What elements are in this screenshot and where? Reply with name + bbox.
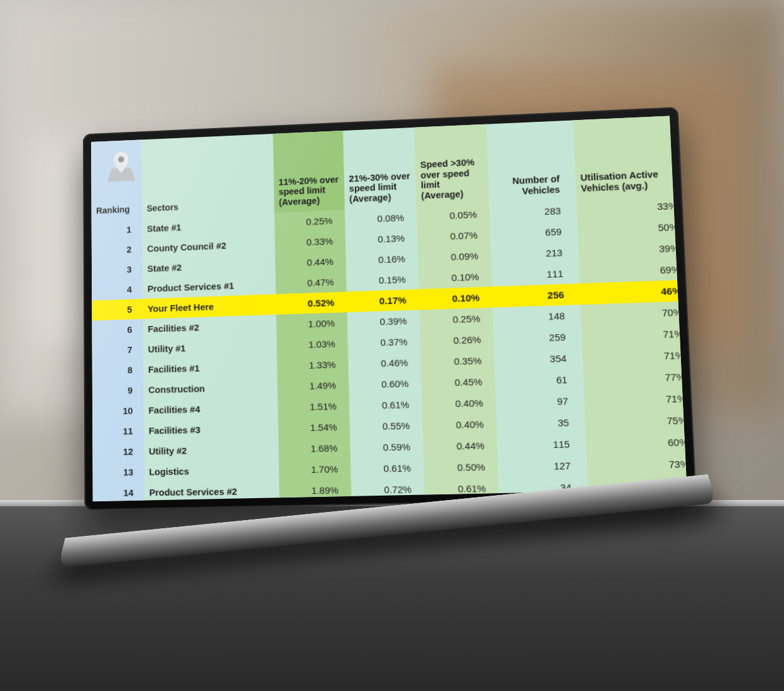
cell-rank[interactable]: 13 [92,461,144,482]
cell-rank[interactable]: 12 [92,441,144,462]
cell-speed-21-30[interactable]: 0.37% [347,330,420,353]
cell-speed-over-30[interactable]: 0.09% [418,244,492,268]
cell-speed-11-20[interactable]: 0.47% [275,271,347,294]
header-utilisation[interactable]: Utilisation Active Vehicles (avg.) [573,116,687,200]
benchmark-table[interactable]: Ranking Sectors 11%-20% over speed limit… [91,116,687,502]
cell-speed-11-20[interactable]: 1.33% [276,354,348,376]
cell-rank[interactable]: 6 [92,318,143,340]
cell-speed-over-30[interactable]: 0.44% [423,434,498,457]
cell-sector[interactable]: Facilities #3 [144,418,278,441]
cell-speed-over-30[interactable]: 0.07% [417,224,491,248]
cell-speed-21-30[interactable]: 0.72% [351,478,424,500]
cell-speed-21-30[interactable]: 0.16% [346,248,418,271]
cell-number-vehicles[interactable]: 659 [490,220,578,245]
cell-speed-11-20[interactable]: 1.68% [278,437,351,459]
laptop-screen-bezel: Ranking Sectors 11%-20% over speed limit… [83,107,697,510]
header-number-vehicles[interactable]: Number of Vehicles [487,116,576,204]
cell-speed-11-20[interactable]: 0.44% [275,251,346,274]
cell-speed-21-30[interactable]: 0.59% [350,436,423,459]
cell-speed-over-30[interactable]: 0.10% [418,266,493,289]
cell-speed-21-30[interactable]: 0.39% [347,310,420,333]
cell-speed-21-30[interactable]: 0.15% [346,268,419,291]
cell-sector[interactable]: Facilities #4 [144,397,278,420]
cell-utilisation[interactable]: 75% [584,409,687,433]
cell-number-vehicles[interactable]: 127 [498,454,587,477]
cell-speed-over-30[interactable]: 0.40% [422,413,497,436]
cell-rank[interactable]: 14 [93,482,144,501]
cell-speed-11-20[interactable]: 1.03% [276,333,348,356]
cell-rank[interactable]: 11 [92,420,144,442]
cell-number-vehicles[interactable]: 213 [491,241,579,266]
cell-speed-11-20[interactable]: 1.89% [279,479,351,501]
cell-rank[interactable]: 2 [92,239,143,261]
cell-speed-over-30[interactable]: 0.26% [420,329,494,352]
cell-rank[interactable]: 5 [92,298,143,320]
cell-speed-11-20[interactable]: 0.33% [275,230,346,253]
cell-speed-over-30[interactable]: 0.05% [416,203,490,227]
cell-rank[interactable]: 7 [92,339,143,361]
cell-speed-over-30[interactable]: 0.25% [420,307,494,330]
cell-sector[interactable]: Utility #2 [144,438,278,462]
cell-rank[interactable]: 1 [92,219,143,241]
cell-speed-21-30[interactable]: 0.55% [349,415,423,437]
cell-number-vehicles[interactable]: 61 [495,368,584,391]
cell-number-vehicles[interactable]: 256 [492,283,580,307]
cell-speed-over-30[interactable]: 0.40% [422,392,496,415]
cell-utilisation[interactable]: 71% [584,387,687,411]
cell-rank[interactable]: 3 [92,259,143,281]
cell-speed-11-20[interactable]: 1.70% [278,458,351,480]
cell-speed-11-20[interactable]: 1.51% [278,395,350,418]
cell-number-vehicles[interactable]: 97 [496,389,584,413]
cell-number-vehicles[interactable]: 259 [494,325,582,349]
cell-number-vehicles[interactable]: 115 [497,433,586,456]
cell-speed-21-30[interactable]: 0.17% [347,289,420,312]
cell-speed-over-30[interactable]: 0.45% [421,371,496,393]
cell-utilisation[interactable]: 70% [580,301,687,326]
location-pin-icon [104,148,139,184]
cell-number-vehicles[interactable]: 111 [491,262,579,286]
cell-speed-11-20[interactable]: 1.54% [278,416,350,438]
header-speed-11-20[interactable]: 11%-20% over speed limit (Average) [273,128,345,212]
cell-utilisation[interactable]: 71% [582,344,687,368]
header-speed-over-30[interactable]: Speed >30% over speed limit (Average) [414,121,489,207]
spreadsheet[interactable]: Ranking Sectors 11%-20% over speed limit… [91,116,687,502]
laptop-screen: Ranking Sectors 11%-20% over speed limit… [91,116,687,502]
cell-rank[interactable]: 9 [92,379,144,401]
cell-utilisation[interactable]: 71% [581,322,687,347]
cell-speed-21-30[interactable]: 0.61% [349,393,422,416]
cell-rank[interactable]: 4 [92,278,143,300]
cell-sector[interactable]: Product Services #2 [144,480,280,501]
cell-speed-over-30[interactable]: 0.10% [419,286,493,310]
cell-number-vehicles[interactable]: 35 [496,411,585,435]
cell-speed-11-20[interactable]: 0.25% [274,210,345,233]
cell-speed-21-30[interactable]: 0.61% [351,457,424,479]
cell-number-vehicles[interactable]: 354 [494,347,583,371]
cell-speed-over-30[interactable]: 0.35% [420,349,495,373]
cell-utilisation[interactable]: 77% [583,366,687,390]
cell-speed-21-30[interactable]: 0.13% [345,227,417,250]
cell-speed-11-20[interactable]: 1.49% [277,374,349,397]
cell-sector[interactable]: Facilities #1 [143,356,277,379]
cell-speed-11-20[interactable]: 1.00% [276,312,347,335]
cell-utilisation[interactable]: 73% [586,452,687,476]
cell-number-vehicles[interactable]: 148 [493,305,581,329]
cell-speed-over-30[interactable]: 0.50% [423,456,498,479]
cell-rank[interactable]: 10 [92,400,144,422]
cell-sector[interactable]: Logistics [144,459,279,482]
header-sectors[interactable]: Sectors [141,132,274,219]
cell-speed-11-20[interactable]: 0.52% [276,291,347,315]
cell-utilisation[interactable]: 60% [585,431,687,455]
cell-speed-21-30[interactable]: 0.46% [348,352,421,374]
cell-rank[interactable]: 8 [92,359,144,381]
cell-speed-21-30[interactable]: 0.08% [345,207,417,231]
cell-speed-21-30[interactable]: 0.60% [349,373,422,395]
laptop: Ranking Sectors 11%-20% over speed limit… [77,115,708,548]
cell-sector[interactable]: Construction [143,376,277,400]
header-speed-21-30[interactable]: 21%-30% over speed limit (Average) [343,124,416,210]
cell-utilisation[interactable]: 46% [579,280,687,305]
